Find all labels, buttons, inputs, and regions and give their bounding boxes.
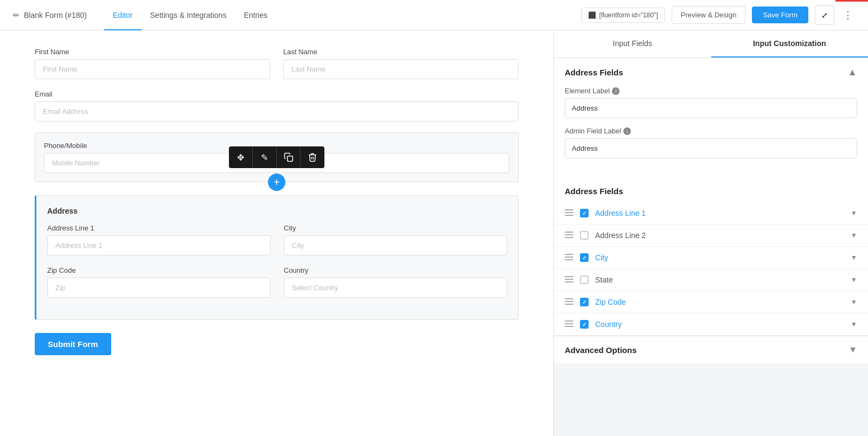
delete-button[interactable]	[301, 146, 324, 168]
field-item-label: Zip Code	[595, 298, 844, 306]
drag-handle-icon[interactable]	[565, 209, 573, 217]
zip-input[interactable]	[47, 278, 271, 298]
svg-rect-4	[565, 232, 573, 233]
brand-label: ✏ Blank Form (#180)	[13, 11, 87, 20]
svg-rect-8	[565, 257, 573, 258]
tab-input-fields[interactable]: Input Fields	[554, 30, 711, 57]
field-expand-icon[interactable]: ▼	[851, 276, 857, 284]
panel-section-header[interactable]: Address Fields ▲	[554, 58, 868, 87]
svg-rect-16	[565, 320, 573, 322]
drag-handle-icon[interactable]	[565, 320, 573, 329]
address-line1-input[interactable]	[47, 235, 271, 255]
first-name-label: First Name	[35, 48, 270, 56]
field-checkbox[interactable]	[580, 231, 589, 240]
form-name: Blank Form (#180)	[24, 11, 87, 20]
svg-rect-13	[565, 298, 573, 299]
field-checkbox[interactable]: ✓	[580, 320, 589, 329]
right-panel: Input Fields Input Customization Address…	[553, 30, 868, 436]
field-item-label: State	[595, 275, 844, 284]
panel-section-body: Element Label i Admin Field Label i	[554, 87, 868, 178]
last-name-label: Last Name	[283, 48, 519, 56]
field-expand-icon[interactable]: ▼	[851, 209, 857, 217]
add-field-button[interactable]: +	[268, 174, 285, 191]
field-expand-icon[interactable]: ▼	[851, 232, 857, 239]
field-item-label: Address Line 1	[595, 209, 844, 217]
first-name-field: First Name	[35, 48, 270, 79]
main-nav: Editor Settings & Integrations Entries	[104, 1, 276, 30]
nav-settings[interactable]: Settings & Integrations	[142, 1, 235, 30]
drag-handle-icon[interactable]	[565, 253, 573, 262]
panel-address-section: Address Fields ▲ Element Label i Admin F…	[554, 58, 868, 336]
field-expand-icon[interactable]: ▼	[851, 320, 857, 328]
field-toolbar: ✥ ✎	[229, 146, 324, 168]
field-item-label: Country	[595, 320, 844, 329]
country-input[interactable]	[284, 278, 507, 298]
last-name-input[interactable]	[283, 59, 519, 79]
more-button[interactable]: ⋮	[841, 7, 855, 23]
panel-tabs: Input Fields Input Customization	[554, 30, 868, 58]
email-input[interactable]	[35, 101, 519, 121]
field-checkbox[interactable]: ✓	[580, 298, 589, 306]
element-label-input[interactable]	[565, 98, 857, 118]
expand-button[interactable]: ⤢	[815, 5, 834, 25]
nav-entries[interactable]: Entries	[235, 1, 276, 30]
nav-editor[interactable]: Editor	[104, 1, 142, 30]
field-expand-icon[interactable]: ▼	[851, 298, 857, 306]
svg-rect-1	[565, 209, 573, 210]
admin-label-field: Admin Field Label i	[565, 127, 857, 158]
field-checkbox[interactable]	[580, 275, 589, 284]
shortcode-box[interactable]: ⬛ [fluentform id="180"]	[581, 8, 665, 23]
svg-rect-15	[565, 304, 573, 305]
address-field-item: ✓City▼	[554, 247, 868, 269]
drag-handle-icon[interactable]	[565, 275, 573, 284]
submit-button[interactable]: Submit Form	[35, 333, 111, 355]
shortcode-icon: ⬛	[588, 11, 596, 19]
drag-handle-icon[interactable]	[565, 298, 573, 306]
expand-icon: ⤢	[821, 11, 828, 20]
element-label-field: Element Label i	[565, 87, 857, 118]
advanced-section: Advanced Options ▼	[554, 336, 868, 363]
field-expand-icon[interactable]: ▼	[851, 254, 857, 261]
copy-button[interactable]	[277, 146, 301, 168]
field-checkbox[interactable]: ✓	[580, 253, 589, 262]
zip-field: Zip Code	[47, 266, 271, 298]
preview-button[interactable]: Preview & Design	[672, 6, 746, 24]
admin-label-title: Admin Field Label i	[565, 127, 857, 135]
advanced-chevron-icon: ▼	[848, 345, 857, 355]
field-checkbox[interactable]: ✓	[580, 209, 589, 217]
drag-handle-icon[interactable]	[565, 231, 573, 240]
svg-rect-7	[565, 254, 573, 255]
pencil-icon: ✏	[13, 11, 20, 20]
address-section-title: Address	[47, 207, 507, 215]
address-line1-field: Address Line 1	[47, 224, 271, 255]
first-name-input[interactable]	[35, 59, 270, 79]
admin-label-info-icon[interactable]: i	[623, 127, 631, 135]
country-field: Country	[284, 266, 507, 298]
svg-rect-17	[565, 323, 573, 324]
address-section: Address Address Line 1 City Zip Code Cou…	[35, 195, 519, 320]
address-field-item: Address Line 2▼	[554, 225, 868, 247]
address-line1-label: Address Line 1	[47, 224, 271, 232]
svg-rect-6	[565, 237, 573, 238]
city-input[interactable]	[284, 235, 507, 255]
svg-rect-0	[287, 156, 292, 162]
email-field: Email	[35, 90, 519, 121]
address-field-item: State▼	[554, 269, 868, 291]
svg-rect-2	[565, 212, 573, 213]
field-item-label: City	[595, 253, 844, 262]
email-label: Email	[35, 90, 519, 98]
panel-section-title: Address Fields	[565, 68, 623, 77]
advanced-section-header[interactable]: Advanced Options ▼	[554, 336, 868, 363]
collapse-icon: ▲	[847, 67, 857, 78]
country-label: Country	[284, 266, 507, 274]
edit-button[interactable]: ✎	[253, 146, 277, 168]
svg-rect-14	[565, 301, 573, 302]
element-label-title: Element Label i	[565, 87, 857, 95]
address-field-item: ✓Country▼	[554, 313, 868, 336]
svg-rect-9	[565, 259, 573, 260]
move-button[interactable]: ✥	[229, 146, 253, 168]
admin-label-input[interactable]	[565, 138, 857, 158]
element-label-info-icon[interactable]: i	[612, 87, 620, 95]
save-button[interactable]: Save Form	[752, 7, 808, 23]
tab-input-customization[interactable]: Input Customization	[711, 30, 869, 57]
